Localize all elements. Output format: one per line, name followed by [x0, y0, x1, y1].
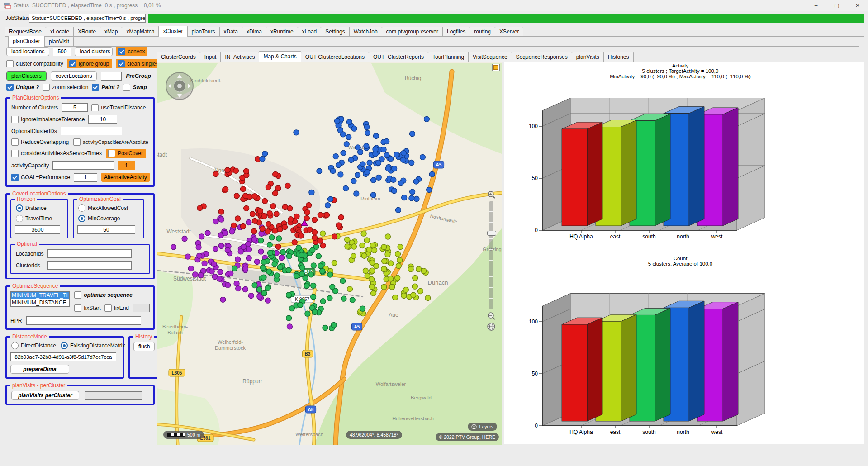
innertab-input[interactable]: Input [200, 52, 221, 62]
plan-visits-per-cluster-button[interactable]: planVisits perCluster [11, 391, 79, 400]
subtab-plancluster[interactable]: planCluster [8, 36, 45, 47]
location-ids-label: LocationIds [16, 251, 44, 257]
activity-capacity-field[interactable] [52, 161, 114, 170]
tab-xcluster[interactable]: xCluster [158, 26, 187, 37]
maximize-button[interactable]: ▢ [826, 0, 847, 11]
globe-icon[interactable] [487, 322, 496, 331]
tab-xload[interactable]: xLoad [298, 27, 322, 36]
convex-checkbox[interactable]: convex [116, 47, 147, 56]
close-button[interactable]: ✕ [847, 0, 868, 11]
goal-value-field[interactable] [74, 173, 97, 182]
map-compass-control[interactable] [165, 71, 194, 100]
swap-checkbox[interactable]: Swap [123, 84, 147, 91]
attribution-text: © 2022 PTV Group, HERE [439, 433, 495, 441]
tab-requestbase[interactable]: RequestBase [5, 27, 46, 36]
zoom-slider-handle[interactable] [487, 231, 496, 236]
innertab-visitsequence[interactable]: VisitSequence [468, 52, 512, 62]
tab-xdata[interactable]: xData [219, 27, 242, 36]
consider-activities-checkbox[interactable]: considerActivitiesAsServiceTimes [11, 150, 102, 157]
tab-xlocate[interactable]: xLocate [46, 27, 74, 36]
tab-watchjob[interactable]: WatchJob [349, 27, 382, 36]
map-panel-toggle-icon[interactable] [492, 64, 500, 71]
innertab-map-charts[interactable]: Map & Charts [259, 51, 301, 62]
imbalance-tolerance-field[interactable] [88, 115, 117, 124]
zoom-slider-track[interactable] [489, 201, 493, 309]
sequence-mode-listbox[interactable]: MINIMUM_TRAVEL_TI MINIMUM_DISTANCE [10, 291, 70, 307]
map-zoom-control[interactable] [486, 190, 496, 331]
tab-xdima[interactable]: xDima [242, 27, 266, 36]
travel-time-radio[interactable]: TravelTime [16, 215, 52, 222]
tab-xmap[interactable]: xMap [100, 27, 122, 36]
innertab-clustercoords[interactable]: ClusterCoords [157, 52, 200, 62]
max-allowed-cost-radio[interactable]: MaxAllowedCost [78, 204, 128, 212]
zoom-out-icon[interactable] [487, 311, 496, 320]
min-coverage-radio[interactable]: MinCoverage [78, 215, 120, 222]
hpr-field[interactable] [26, 316, 141, 325]
tab-xruntime[interactable]: xRuntime [266, 27, 298, 36]
locations-count-field[interactable] [53, 48, 71, 56]
tab-settings[interactable]: Settings [321, 27, 349, 36]
tab-com-ptvgroup-xserver[interactable]: com.ptvgroup.xserver [382, 27, 443, 36]
minimize-button[interactable]: – [806, 0, 826, 11]
flush-button[interactable]: flush [133, 342, 155, 351]
direct-distance-radio[interactable]: DirectDistance [11, 342, 56, 349]
cover-locations-button[interactable]: coverLocations [51, 71, 97, 81]
subtab-planvisit[interactable]: planVisit [44, 37, 74, 46]
pregroup-field[interactable] [101, 72, 122, 81]
tab-xserver[interactable]: XServer [495, 27, 523, 36]
paint-checkbox[interactable]: Paint ? [92, 84, 119, 91]
tab-plantours[interactable]: planTours [187, 27, 220, 36]
tab-routing[interactable]: routing [470, 27, 495, 36]
innertab-histories[interactable]: Histories [603, 52, 634, 62]
goal-performance-checkbox[interactable]: GOAL=Performance [11, 174, 70, 181]
fix-end-checkbox[interactable]: fixEnd [104, 304, 129, 312]
list-item[interactable]: MINIMUM_TRAVEL_TI [11, 292, 69, 299]
svg-text:100: 100 [529, 319, 538, 325]
optimization-goal-value-field[interactable] [77, 225, 135, 234]
fix-start-checkbox[interactable]: fixStart [74, 304, 100, 312]
load-locations-button[interactable]: load locations [6, 47, 49, 56]
tab-xmapmatch[interactable]: xMapMatch [122, 27, 159, 36]
existing-distance-matrix-radio[interactable]: ExistingDistanceMatrix [61, 342, 125, 349]
map-panel[interactable]: Kirchfeldsiedl.BüchigNordstadtstadtWalds… [157, 62, 502, 445]
load-clusters-button[interactable]: load clusters [75, 47, 113, 56]
post-cover-checkbox[interactable]: PostCover [106, 149, 146, 158]
tab-logfiles[interactable]: Logfiles [442, 27, 470, 36]
alternative-activity-button[interactable]: AlternativeActivity [101, 173, 150, 182]
location-ids-field[interactable] [47, 249, 132, 258]
activity-capacities-absolute-checkbox[interactable]: activityCapacitiesAreAbsolute [73, 138, 148, 146]
plan-clusters-button[interactable]: planClusters [6, 71, 47, 81]
checkbox-label: fixStart [84, 305, 100, 311]
layers-button[interactable]: Layers [468, 423, 497, 431]
cluster-compatibility-checkbox[interactable]: cluster compatibility [6, 60, 63, 67]
optimize-sequence-checkbox[interactable]: optimize sequence [74, 291, 132, 299]
innertab-in-activities[interactable]: IN_Activities [220, 52, 259, 62]
reduce-overlapping-checkbox[interactable]: ReduceOverlapping [11, 138, 69, 146]
innertab-tourplanning[interactable]: TourPlanning [428, 52, 469, 62]
innertab-planvisits[interactable]: planVisits [572, 52, 604, 62]
unique-checkbox[interactable]: Unique ? [6, 84, 39, 91]
window-titlebar[interactable]: Status=SUCCEEDED , elapsedTime=0 s , pro… [0, 0, 868, 11]
innertab-sequenceresponses[interactable]: SequenceResponses [512, 52, 572, 62]
cluster-ids-field[interactable] [47, 261, 132, 270]
ignore-group-checkbox[interactable]: ignore group [67, 59, 112, 68]
optional-cluster-ids-field[interactable] [61, 127, 122, 135]
number-of-clusters-field[interactable] [62, 103, 88, 112]
activity-capacity-unit-field[interactable] [118, 161, 135, 170]
ignore-imbalance-checkbox[interactable]: IgnoreImbalanceTolerance [11, 116, 85, 123]
layers-label: Layers [479, 423, 493, 431]
clean-singles-checkbox[interactable]: clean singles [116, 59, 161, 68]
list-item[interactable]: MINIMUM_DISTANCE [11, 299, 69, 306]
innertab-out-clusterreports[interactable]: OUT_ClusterReports [369, 52, 428, 62]
tab-xroute[interactable]: XRoute [73, 27, 100, 36]
zoom-in-icon[interactable] [487, 190, 496, 199]
checkbox-box [108, 150, 115, 157]
innertab-out-clusteredlocations[interactable]: OUT ClusteredLocations [301, 52, 369, 62]
distance-radio[interactable]: Distance [16, 204, 47, 212]
dima-id-field[interactable] [10, 352, 116, 361]
map-canvas[interactable]: Kirchfeldsiedl.BüchigNordstadtstadtWalds… [157, 62, 502, 445]
prepare-dima-button[interactable]: prepareDima [10, 365, 69, 374]
horizon-value-field[interactable] [15, 225, 60, 234]
zoom-selection-checkbox[interactable]: zoom selection [43, 84, 88, 91]
use-travel-distance-checkbox[interactable]: useTravelDistance [91, 104, 146, 111]
